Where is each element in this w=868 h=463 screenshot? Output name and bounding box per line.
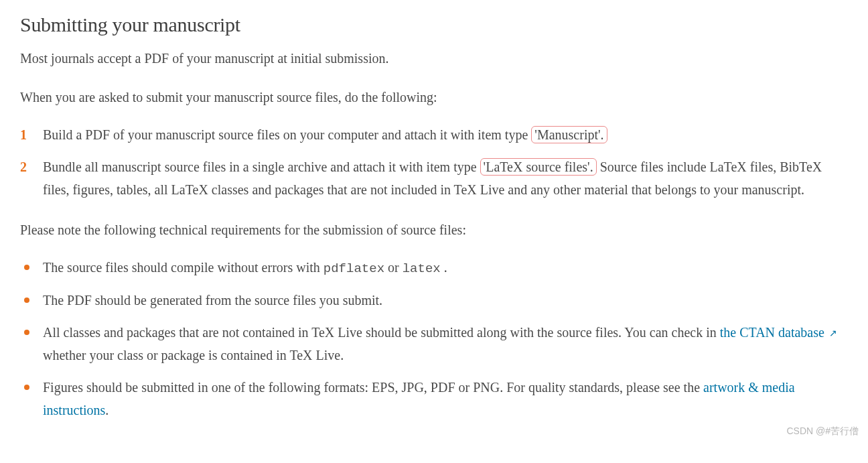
- req3-pre: All classes and packages that are not co…: [43, 325, 720, 340]
- ordered-steps-list: Build a PDF of your manuscript source fi…: [20, 123, 848, 201]
- lead-paragraph-1: When you are asked to submit your manusc…: [20, 87, 848, 107]
- req1-pre: The source files should compile without …: [43, 260, 323, 275]
- section-heading: Submitting your manuscript: [20, 13, 848, 36]
- step-2-pre: Bundle all manuscript source files in a …: [43, 159, 480, 174]
- ctan-link-text: the CTAN database: [720, 325, 824, 340]
- external-link-icon: ↗: [829, 326, 837, 342]
- requirement-1: The source files should compile without …: [20, 256, 848, 279]
- ctan-database-link[interactable]: the CTAN database ↗: [720, 325, 837, 340]
- req1-post: .: [441, 260, 447, 275]
- code-pdflatex: pdflatex: [323, 261, 384, 276]
- step-1-pre: Build a PDF of your manuscript source fi…: [43, 127, 531, 142]
- req1-mid: or: [384, 260, 403, 275]
- code-latex: latex: [403, 261, 441, 276]
- req4-post: .: [105, 403, 108, 417]
- requirement-2: The PDF should be generated from the sou…: [20, 289, 848, 312]
- req4-pre: Figures should be submitted in one of th…: [43, 380, 703, 395]
- requirement-3: All classes and packages that are not co…: [20, 321, 848, 367]
- requirements-list: The source files should compile without …: [20, 256, 848, 421]
- highlight-latex-source: 'LaTeX source files'.: [480, 158, 597, 176]
- watermark-text: CSDN @#苦行僧: [786, 425, 859, 438]
- requirement-4: Figures should be submitted in one of th…: [20, 376, 848, 421]
- intro-paragraph: Most journals accept a PDF of your manus…: [20, 48, 848, 68]
- highlight-manuscript: 'Manuscript'.: [531, 126, 607, 143]
- req3-post: whether your class or package is contain…: [43, 348, 344, 362]
- step-1: Build a PDF of your manuscript source fi…: [20, 123, 848, 146]
- lead-paragraph-2: Please note the following technical requ…: [20, 220, 848, 240]
- step-2: Bundle all manuscript source files in a …: [20, 155, 848, 201]
